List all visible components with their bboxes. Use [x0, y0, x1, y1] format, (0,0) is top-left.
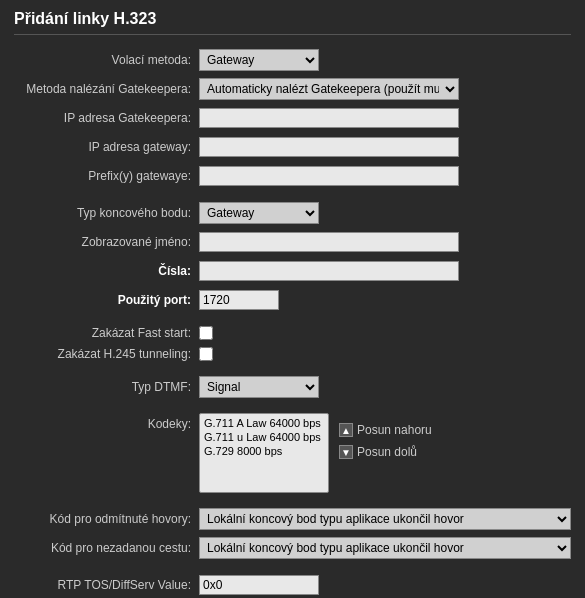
cisla-input[interactable]: [199, 261, 459, 281]
rtp-tos-row: RTP TOS/DiffServ Value:: [14, 574, 571, 596]
kodeky-label: Kodeky:: [14, 413, 199, 431]
kodeky-listbox[interactable]: G.711 A Law 64000 bps G.711 u Law 64000 …: [199, 413, 329, 493]
cisla-label: Čísla:: [14, 264, 199, 278]
prefix-label: Prefix(y) gatewaye:: [14, 169, 199, 183]
typ-koncoveho-bodu-label: Typ koncového bodu:: [14, 206, 199, 220]
volaci-metoda-select[interactable]: Gateway Gatekeeper: [199, 49, 319, 71]
ip-gatekeeper-row: IP adresa Gatekeepera:: [14, 107, 571, 129]
ip-gatekeeper-label: IP adresa Gatekeepera:: [14, 111, 199, 125]
typ-koncoveho-bodu-row: Typ koncového bodu: Gateway Terminal: [14, 202, 571, 224]
typ-dtmf-row: Typ DTMF: Signal InBand RFC2833: [14, 376, 571, 398]
zobrazovane-jmeno-row: Zobrazované jméno:: [14, 231, 571, 253]
posun-dolu-icon: ▼: [339, 445, 353, 459]
typ-dtmf-label: Typ DTMF:: [14, 380, 199, 394]
page-title: Přidání linky H.323: [14, 10, 571, 35]
ip-gateway-label: IP adresa gateway:: [14, 140, 199, 154]
kodeky-buttons: ▲ Posun nahoru ▼ Posun dolů: [339, 413, 432, 459]
kod-nezadana-select[interactable]: Lokální koncový bod typu aplikace ukonči…: [199, 537, 571, 559]
ip-gateway-input[interactable]: [199, 137, 459, 157]
volaci-metoda-label: Volací metoda:: [14, 53, 199, 67]
kod-odmitnuty-select[interactable]: Lokální koncový bod typu aplikace ukonči…: [199, 508, 571, 530]
posun-nahoru-button[interactable]: ▲ Posun nahoru: [339, 423, 432, 437]
main-container: Přidání linky H.323 Volací metoda: Gatew…: [0, 0, 585, 598]
volaci-metoda-row: Volací metoda: Gateway Gatekeeper: [14, 49, 571, 71]
kod-nezadana-row: Kód pro nezadanou cestu: Lokální koncový…: [14, 537, 571, 559]
kod-odmitnuty-row: Kód pro odmítnuté hovory: Lokální koncov…: [14, 508, 571, 530]
metoda-nalezani-select[interactable]: Automaticky nalézt Gatekeepera (použít m…: [199, 78, 459, 100]
posun-dolu-button[interactable]: ▼ Posun dolů: [339, 445, 432, 459]
pouzity-port-row: Použitý port:: [14, 289, 571, 311]
ip-gatekeeper-input[interactable]: [199, 108, 459, 128]
kodeky-section: Kodeky: G.711 A Law 64000 bps G.711 u La…: [14, 413, 571, 493]
zobrazovane-jmeno-label: Zobrazované jméno:: [14, 235, 199, 249]
posun-nahoru-icon: ▲: [339, 423, 353, 437]
ip-gateway-row: IP adresa gateway:: [14, 136, 571, 158]
kod-nezadana-label: Kód pro nezadanou cestu:: [14, 541, 199, 555]
metoda-nalezani-label: Metoda nalézání Gatekeepera:: [14, 82, 199, 96]
rtp-tos-label: RTP TOS/DiffServ Value:: [14, 578, 199, 592]
prefix-input[interactable]: [199, 166, 459, 186]
zakazat-fast-start-checkbox[interactable]: [199, 326, 213, 340]
typ-dtmf-select[interactable]: Signal InBand RFC2833: [199, 376, 319, 398]
pouzity-port-input[interactable]: [199, 290, 279, 310]
zakazat-fast-start-row: Zakázat Fast start:: [14, 326, 571, 340]
cisla-row: Čísla:: [14, 260, 571, 282]
prefix-row: Prefix(y) gatewaye:: [14, 165, 571, 187]
zakazat-h245-row: Zakázat H.245 tunneling:: [14, 347, 571, 361]
posun-nahoru-label: Posun nahoru: [357, 423, 432, 437]
zobrazovane-jmeno-input[interactable]: [199, 232, 459, 252]
metoda-nalezani-row: Metoda nalézání Gatekeepera: Automaticky…: [14, 78, 571, 100]
posun-dolu-label: Posun dolů: [357, 445, 417, 459]
typ-koncoveho-bodu-select[interactable]: Gateway Terminal: [199, 202, 319, 224]
pouzity-port-label: Použitý port:: [14, 293, 199, 307]
kod-odmitnuty-label: Kód pro odmítnuté hovory:: [14, 512, 199, 526]
zakazat-fast-start-label: Zakázat Fast start:: [14, 326, 199, 340]
rtp-tos-input[interactable]: [199, 575, 319, 595]
zakazat-h245-label: Zakázat H.245 tunneling:: [14, 347, 199, 361]
zakazat-h245-checkbox[interactable]: [199, 347, 213, 361]
